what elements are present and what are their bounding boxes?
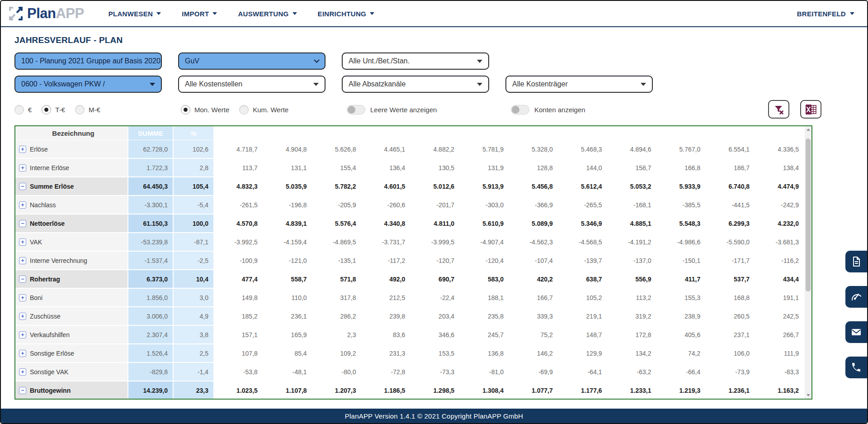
- month-value: 4.894,6: [608, 140, 657, 158]
- month-value: 5.012,6: [411, 177, 460, 195]
- month-value: 236,1: [264, 307, 313, 325]
- month-value: -150,1: [657, 252, 706, 269]
- month-value: -137,0: [608, 252, 657, 269]
- month-value: 4.601,5: [362, 177, 411, 195]
- month-value: 111,9: [755, 344, 805, 362]
- month-value: -64,1: [559, 363, 608, 381]
- gauge-icon: [850, 291, 862, 303]
- document-sidebar-button[interactable]: [845, 251, 867, 272]
- brand-select[interactable]: 0600 - Volkswagen PKW /: [14, 76, 162, 93]
- export-excel-button[interactable]: [800, 100, 821, 119]
- month-value: 537,7: [706, 270, 755, 288]
- month-value: 237,1: [706, 326, 755, 343]
- nav-auswertung[interactable]: AUSWERTUNG: [238, 10, 297, 18]
- month-value: 149,8: [214, 289, 264, 306]
- expand-row-icon[interactable]: +: [19, 331, 26, 338]
- row-label: Verkaufshilfen: [30, 331, 70, 338]
- chevron-down-icon: [477, 83, 482, 86]
- planapp-logo[interactable]: PlanAPP: [7, 5, 84, 22]
- radio-label: T-€: [55, 106, 65, 114]
- sales-channel-select[interactable]: Alle Absatzkanäle: [342, 76, 489, 93]
- expand-row-icon[interactable]: +: [19, 294, 26, 301]
- month-value: 6.299,3: [706, 214, 755, 232]
- report-select-value: GuV: [185, 57, 199, 65]
- month-value: -81,0: [460, 363, 509, 381]
- cost-object-select[interactable]: Alle Kostenträger: [505, 76, 653, 93]
- expand-row-icon[interactable]: +: [19, 164, 26, 172]
- radio-cumulative-values[interactable]: Kum. Werte: [239, 105, 288, 114]
- user-menu[interactable]: BREITENFELD: [797, 10, 854, 18]
- month-value: -121,0: [264, 252, 313, 269]
- scrollbar-thumb[interactable]: [806, 138, 811, 291]
- report-select[interactable]: GuV: [178, 52, 326, 70]
- unit-select[interactable]: Alle Unt./Bet./Stan.: [342, 52, 489, 70]
- sales-channel-select-value: Alle Absatzkanäle: [349, 80, 406, 88]
- expand-row-icon[interactable]: +: [19, 238, 26, 246]
- clear-filter-button[interactable]: [768, 100, 789, 119]
- month-value: 286,2: [313, 307, 362, 325]
- month-value: 5.346,9: [559, 214, 608, 232]
- radio-dot: [239, 105, 249, 114]
- expand-row-icon[interactable]: +: [19, 201, 26, 209]
- month-value: 1.186,5: [362, 381, 411, 399]
- scroll-down-arrow[interactable]: [805, 392, 811, 399]
- month-value: 172,8: [608, 326, 657, 343]
- month-value: -4.869,5: [313, 233, 362, 251]
- month-value: 110,0: [264, 289, 313, 306]
- expand-row-icon[interactable]: +: [19, 368, 26, 376]
- nav-einrichtung[interactable]: EINRICHTUNG: [318, 10, 374, 18]
- radio-m-eur[interactable]: M-€: [75, 105, 100, 114]
- nav-label: PLANWESEN: [108, 10, 153, 18]
- month-value: 166,8: [657, 159, 706, 176]
- toggle-show-accounts[interactable]: Konten anzeigen: [511, 105, 585, 114]
- month-value: 231,3: [362, 344, 411, 362]
- nav-planwesen[interactable]: PLANWESEN: [108, 10, 161, 18]
- filter-bar: 100 - Planung 2021 Gruppe auf Basis 2020…: [14, 52, 854, 93]
- month-value: 1.023,5: [214, 381, 264, 399]
- radio-t-eur[interactable]: T-€: [42, 105, 65, 114]
- row-label-cell: +Erlöse: [15, 140, 128, 158]
- phone-sidebar-button[interactable]: [845, 357, 867, 378]
- radio-eur[interactable]: €: [14, 105, 32, 114]
- scroll-up-arrow[interactable]: [805, 126, 811, 133]
- dashboard-sidebar-button[interactable]: [845, 286, 867, 308]
- expand-row-icon[interactable]: +: [19, 313, 26, 320]
- chevron-down-icon: [850, 12, 854, 15]
- chevron-down-icon: [314, 57, 320, 63]
- month-value: -3.731,7: [362, 233, 411, 251]
- collapse-row-icon[interactable]: −: [19, 387, 26, 394]
- expand-row-icon[interactable]: +: [19, 350, 26, 357]
- cost-center-select-value: Alle Kostenstellen: [185, 80, 242, 88]
- month-value: -4.568,5: [559, 233, 608, 251]
- month-value: 4.718,7: [214, 140, 264, 158]
- month-value: 168,8: [706, 289, 755, 306]
- nav-import[interactable]: IMPORT: [182, 10, 217, 18]
- percent-value: 2,5: [174, 344, 214, 362]
- month-value: 4.474,9: [755, 177, 805, 195]
- plan-select[interactable]: 100 - Planung 2021 Gruppe auf Basis 2020: [14, 52, 162, 70]
- expand-row-icon[interactable]: +: [19, 146, 26, 153]
- toggle-empty-values[interactable]: Leere Werte anzeigen: [347, 105, 437, 114]
- vertical-scrollbar[interactable]: [805, 126, 811, 399]
- excel-export-icon: [805, 104, 817, 115]
- month-value: -4.562,3: [509, 233, 559, 251]
- expand-row-icon[interactable]: +: [19, 257, 26, 264]
- collapse-row-icon[interactable]: −: [19, 183, 26, 190]
- month-value: 317,8: [313, 289, 362, 306]
- month-value: 434,4: [755, 270, 805, 288]
- mail-sidebar-button[interactable]: [845, 321, 867, 343]
- brand-name-app: APP: [56, 5, 84, 21]
- cost-center-select[interactable]: Alle Kostenstellen: [178, 76, 326, 93]
- month-value: 1.107,8: [264, 381, 313, 399]
- month-value: 138,4: [755, 159, 805, 176]
- collapse-row-icon[interactable]: −: [19, 220, 26, 227]
- column-header: Jan.: [214, 126, 264, 140]
- table-row: −Bruttogewinn14.239,023,31.023,51.107,81…: [15, 381, 805, 399]
- collapse-row-icon[interactable]: −: [19, 276, 26, 283]
- table-row: +VAK-53.239,8-87,1-3.992,5-4.159,4-4.869…: [15, 233, 805, 251]
- month-value: 188,1: [460, 289, 509, 306]
- percent-value: 10,4: [174, 270, 214, 288]
- row-label: Boni: [30, 294, 42, 301]
- radio-monthly-values[interactable]: Mon. Werte: [181, 105, 229, 114]
- chevron-down-icon: [477, 60, 482, 63]
